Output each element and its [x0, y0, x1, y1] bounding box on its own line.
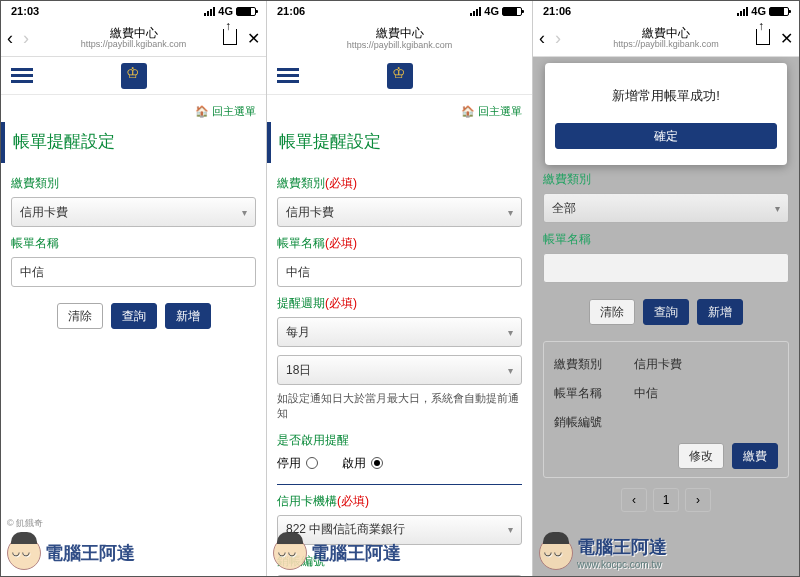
status-time: 21:06 [543, 5, 571, 17]
page-prev[interactable]: ‹ [621, 488, 647, 512]
nav-back-icon[interactable]: ‹ [7, 28, 13, 49]
label-account-no: 銷帳編號 [277, 553, 522, 570]
add-button[interactable]: 新增 [165, 303, 211, 329]
add-button[interactable]: 新增 [697, 299, 743, 325]
menu-icon[interactable] [11, 68, 33, 83]
select-card-bank[interactable]: 822 中國信託商業銀行 [277, 515, 522, 545]
select-fee-type[interactable]: 全部 [543, 193, 789, 223]
status-bar: 21:03 4G [1, 1, 266, 21]
label-fee-type: 繳費類別 [543, 171, 789, 188]
pagination: ‹ 1 › [543, 488, 789, 512]
browser-header: ‹ › 繳費中心 https://paybill.kgibank.com ✕ [533, 21, 799, 57]
address-title[interactable]: 繳費中心 https://paybill.kgibank.com [51, 27, 216, 50]
app-header [267, 57, 532, 95]
label-enable: 是否啟用提醒 [277, 432, 522, 449]
query-button[interactable]: 查詢 [111, 303, 157, 329]
close-icon[interactable]: ✕ [247, 29, 260, 48]
bank-logo [387, 63, 413, 89]
label-bill-name: 帳單名稱(必填) [277, 235, 522, 252]
share-icon[interactable] [223, 29, 237, 45]
page-title: 帳單提醒設定 [267, 122, 522, 163]
address-title[interactable]: 繳費中心 https://paybill.kgibank.com [583, 27, 749, 50]
page-title: 帳單提醒設定 [1, 122, 256, 163]
label-card-bank: 信用卡機構(必填) [277, 493, 522, 510]
watermark-credit: © 飢餓奇 [7, 517, 43, 530]
status-bar: 21:06 4G [533, 1, 799, 21]
bank-logo [121, 63, 147, 89]
page-name: 繳費中心 [317, 27, 482, 40]
network-label: 4G [218, 5, 233, 17]
query-button[interactable]: 查詢 [643, 299, 689, 325]
status-time: 21:03 [11, 5, 39, 17]
app-header [1, 57, 266, 95]
battery-icon [236, 7, 256, 16]
signal-icon [737, 7, 748, 16]
screen-2: 21:06 4G 繳費中心 https://paybill.kgibank.co… [267, 1, 533, 576]
battery-icon [502, 7, 522, 16]
network-label: 4G [484, 5, 499, 17]
browser-header: ‹ › 繳費中心 https://paybill.kgibank.com ✕ [1, 21, 266, 57]
select-fee-type[interactable]: 信用卡費 [11, 197, 256, 227]
mascot-icon [7, 536, 41, 570]
radio-disable[interactable]: 停用 [277, 455, 318, 472]
label-remind-cycle: 提醒週期(必填) [277, 295, 522, 312]
modal-ok-button[interactable]: 確定 [555, 123, 777, 149]
divider [277, 484, 522, 485]
page-url: https://paybill.kgibank.com [51, 40, 216, 50]
browser-header: 繳費中心 https://paybill.kgibank.com [267, 21, 532, 57]
close-icon[interactable]: ✕ [780, 29, 793, 48]
page-url: https://paybill.kgibank.com [583, 40, 749, 50]
select-cycle[interactable]: 每月 [277, 317, 522, 347]
page-url: https://paybill.kgibank.com [317, 41, 482, 51]
clear-button[interactable]: 清除 [589, 299, 635, 325]
enable-radio-group: 停用 啟用 [277, 455, 522, 472]
signal-icon [204, 7, 215, 16]
input-bill-name[interactable] [543, 253, 789, 283]
edit-button[interactable]: 修改 [678, 443, 724, 469]
nav-forward-icon: › [555, 28, 561, 49]
back-to-main-link[interactable]: 🏠 回主選單 [11, 101, 256, 122]
menu-icon[interactable] [277, 68, 299, 83]
input-account-no[interactable]: 請輸入 [277, 575, 522, 576]
clear-button[interactable]: 清除 [57, 303, 103, 329]
label-fee-type: 繳費類別(必填) [277, 175, 522, 192]
input-bill-name[interactable]: 中信 [277, 257, 522, 287]
select-fee-type[interactable]: 信用卡費 [277, 197, 522, 227]
watermark-brand: 電腦王阿達 [7, 536, 135, 570]
input-bill-name[interactable]: 中信 [11, 257, 256, 287]
label-bill-name: 帳單名稱 [543, 231, 789, 248]
modal-message: 新增常用帳單成功! [555, 87, 777, 105]
page-next[interactable]: › [685, 488, 711, 512]
success-modal: 新增常用帳單成功! 確定 [545, 63, 787, 165]
cycle-note: 如設定通知日大於當月最大日，系統會自動提前通知 [277, 391, 522, 422]
radio-enable[interactable]: 啟用 [342, 455, 383, 472]
result-card: 繳費類別信用卡費 帳單名稱中信 銷帳編號 修改 繳費 [543, 341, 789, 478]
signal-icon [470, 7, 481, 16]
label-fee-type: 繳費類別 [11, 175, 256, 192]
label-bill-name: 帳單名稱 [11, 235, 256, 252]
share-icon[interactable] [756, 29, 770, 45]
battery-icon [769, 7, 789, 16]
status-time: 21:06 [277, 5, 305, 17]
screen-3: 21:06 4G ‹ › 繳費中心 https://paybill.kgiban… [533, 1, 799, 576]
nav-forward-icon: › [23, 28, 29, 49]
status-bar: 21:06 4G [267, 1, 532, 21]
select-day[interactable]: 18日 [277, 355, 522, 385]
screen-1: 21:03 4G ‹ › 繳費中心 https://paybill.kgiban… [1, 1, 267, 576]
address-title[interactable]: 繳費中心 https://paybill.kgibank.com [317, 27, 482, 50]
network-label: 4G [751, 5, 766, 17]
pay-button[interactable]: 繳費 [732, 443, 778, 469]
page-current: 1 [653, 488, 679, 512]
back-to-main-link[interactable]: 🏠 回主選單 [277, 101, 522, 122]
nav-back-icon[interactable]: ‹ [539, 28, 545, 49]
